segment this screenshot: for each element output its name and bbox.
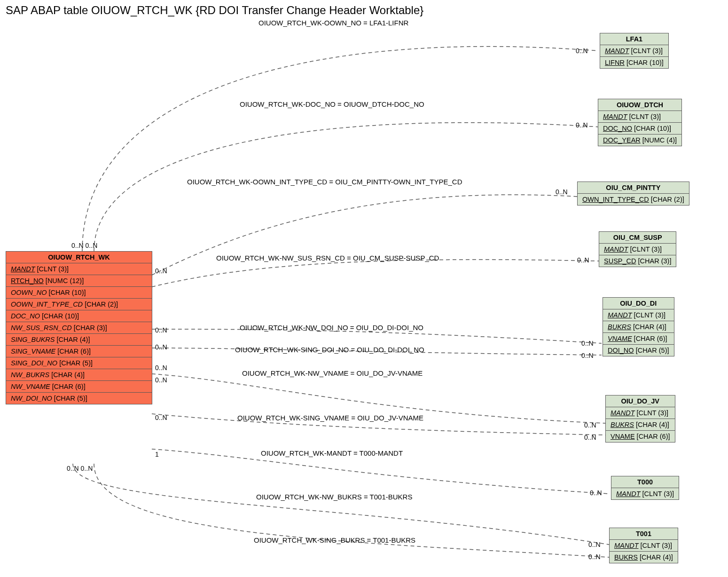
entity-oiu-do-jv: OIU_DO_JV MANDT [CLNT (3)] BUKRS [CHAR (…	[605, 395, 675, 443]
field-row: NW_SUS_RSN_CD [CHAR (3)]	[6, 322, 152, 334]
relation-label: OIUOW_RTCH_WK-NW_DOI_NO = OIU_DO_DI-DOI_…	[240, 324, 423, 332]
field-row: OOWN_NO [CHAR (10)]	[6, 287, 152, 299]
field-row: MANDT [CLNT (3)]	[598, 111, 681, 123]
entity-header: T000	[611, 476, 679, 488]
entity-oiu-do-di: OIU_DO_DI MANDT [CLNT (3)] BUKRS [CHAR (…	[603, 297, 674, 356]
relation-label: OIUOW_RTCH_WK-SING_VNAME = OIU_DO_JV-VNA…	[237, 414, 423, 422]
relation-label: OIUOW_RTCH_WK-SING_DOI_NO = OIU_DO_DI-DO…	[235, 346, 424, 354]
cardinality-label: 0..N	[155, 326, 167, 334]
relation-label: OIUOW_RTCH_WK-NW_BUKRS = T001-BUKRS	[256, 493, 412, 501]
field-row: SING_VNAME [CHAR (6)]	[6, 346, 152, 357]
entity-oiuow-dtch: OIUOW_DTCH MANDT [CLNT (3)] DOC_NO [CHAR…	[598, 99, 682, 146]
field-row: NW_BUKRS [CHAR (4)]	[6, 369, 152, 381]
field-row: LIFNR [CHAR (10)]	[600, 57, 668, 68]
relation-label: OIUOW_RTCH_WK-NW_VNAME = OIU_DO_JV-VNAME	[242, 369, 423, 377]
relation-label: OIUOW_RTCH_WK-NW_SUS_RSN_CD = OIU_CM_SUS…	[216, 254, 439, 262]
cardinality-label: 0..N	[584, 421, 596, 429]
field-row: SUSP_CD [CHAR (3)]	[599, 255, 676, 267]
field-row: OOWN_INT_TYPE_CD [CHAR (2)]	[6, 299, 152, 310]
field-row: VNAME [CHAR (6)]	[603, 333, 674, 345]
entity-header: T001	[610, 528, 678, 540]
er-diagram-canvas: SAP ABAP table OIUOW_RTCH_WK {RD DOI Tra…	[0, 0, 728, 577]
field-row: MANDT [CLNT (3)]	[610, 540, 678, 552]
field-row: DOC_YEAR [NUMC (4)]	[598, 134, 681, 146]
cardinality-label: 0..N	[588, 553, 601, 561]
field-row: DOC_NO [CHAR (10)]	[6, 310, 152, 322]
relation-label: OIUOW_RTCH_WK-OOWN_NO = LFA1-LIFNR	[258, 19, 408, 27]
relation-label: OIUOW_RTCH_WK-OOWN_INT_TYPE_CD = OIU_CM_…	[187, 178, 462, 186]
cardinality-label: 0..N	[577, 256, 589, 264]
cardinality-label: 0..N	[155, 414, 167, 421]
entity-lfa1: LFA1 MANDT [CLNT (3)] LIFNR [CHAR (10)]	[600, 33, 669, 69]
page-title: SAP ABAP table OIUOW_RTCH_WK {RD DOI Tra…	[6, 4, 423, 17]
entity-oiu-cm-susp: OIU_CM_SUSP MANDT [CLNT (3)] SUSP_CD [CH…	[599, 231, 676, 267]
relation-label: OIUOW_RTCH_WK-DOC_NO = OIUOW_DTCH-DOC_NO	[240, 100, 424, 108]
relation-label: OIUOW_RTCH_WK-SING_BUKRS = T001-BUKRS	[254, 536, 415, 544]
field-row: MANDT [CLNT (3)]	[599, 244, 676, 255]
entity-header: OIU_DO_DI	[603, 298, 674, 309]
field-row: BUKRS [CHAR (4)]	[606, 419, 675, 431]
cardinality-label: 0..N	[584, 434, 596, 441]
cardinality-label: 0..N	[581, 340, 594, 347]
entity-header: OIUOW_DTCH	[598, 99, 681, 111]
field-row: MANDT [CLNT (3)]	[606, 407, 675, 419]
field-row: VNAME [CHAR (6)]	[606, 431, 675, 442]
field-row: NW_DOI_NO [CHAR (5)]	[6, 393, 152, 404]
field-row: RTCH_NO [NUMC (12)]	[6, 275, 152, 287]
relation-label: OIUOW_RTCH_WK-MANDT = T000-MANDT	[261, 449, 403, 457]
field-row: DOI_NO [CHAR (5)]	[603, 345, 674, 356]
entity-t001: T001 MANDT [CLNT (3)] BUKRS [CHAR (4)]	[609, 528, 678, 563]
field-row: OWN_INT_TYPE_CD [CHAR (2)]	[578, 194, 689, 205]
field-row: NW_VNAME [CHAR (6)]	[6, 381, 152, 393]
cardinality-label: 0..N	[576, 47, 588, 55]
entity-header: OIUOW_RTCH_WK	[6, 252, 152, 263]
entity-header: OIU_CM_SUSP	[599, 232, 676, 244]
entity-header: LFA1	[600, 33, 668, 45]
cardinality-label: 0..N	[556, 188, 568, 196]
entity-oiuow-rtch-wk: OIUOW_RTCH_WK MANDT [CLNT (3)] RTCH_NO […	[6, 251, 152, 404]
entity-oiu-cm-pintty: OIU_CM_PINTTY OWN_INT_TYPE_CD [CHAR (2)]	[577, 182, 689, 206]
cardinality-label: 0..N	[155, 267, 167, 275]
entity-t000: T000 MANDT [CLNT (3)]	[611, 476, 679, 500]
field-row: BUKRS [CHAR (4)]	[603, 321, 674, 333]
cardinality-label: 0..N	[588, 541, 601, 548]
cardinality-label: 0..N	[590, 489, 602, 497]
entity-header: OIU_CM_PINTTY	[578, 182, 689, 194]
cardinality-label: 0..N	[576, 121, 588, 129]
cardinality-label: 0..N	[155, 343, 167, 351]
cardinality-label: 0..N	[155, 376, 167, 384]
cardinality-label: 0..N 0..N	[67, 465, 93, 472]
field-row: SING_BUKRS [CHAR (4)]	[6, 334, 152, 346]
cardinality-label: 0..N	[581, 352, 594, 359]
cardinality-label: 0..N	[155, 364, 167, 371]
field-row: MANDT [CLNT (3)]	[600, 45, 668, 57]
field-row: SING_DOI_NO [CHAR (5)]	[6, 357, 152, 369]
field-row: BUKRS [CHAR (4)]	[610, 552, 678, 563]
field-row: DOC_NO [CHAR (10)]	[598, 123, 681, 134]
cardinality-label: 1	[155, 451, 159, 458]
field-row: MANDT [CLNT (3)]	[6, 263, 152, 275]
entity-header: OIU_DO_JV	[606, 395, 675, 407]
field-row: MANDT [CLNT (3)]	[611, 488, 679, 499]
field-row: MANDT [CLNT (3)]	[603, 309, 674, 321]
cardinality-label: 0..N 0..N	[71, 242, 97, 249]
